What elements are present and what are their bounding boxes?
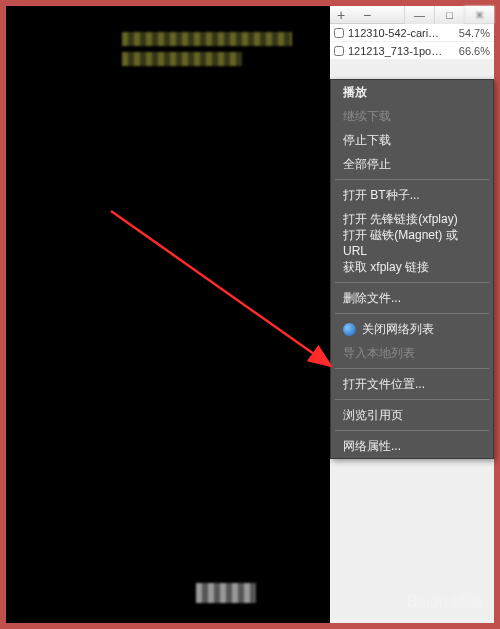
- file-name: 112310-542-cari…: [348, 27, 455, 39]
- list-item[interactable]: 112310-542-cari… 54.7%: [330, 24, 494, 42]
- file-name: 121213_713-1po…: [348, 45, 455, 57]
- context-menu: 播放 继续下载 停止下载 全部停止 打开 BT种子... 打开 先锋链接(xfp…: [330, 79, 494, 459]
- minimize-button[interactable]: —: [404, 6, 434, 24]
- close-button[interactable]: ✕: [464, 6, 494, 24]
- video-controls-censored: [196, 583, 256, 603]
- item-checkbox[interactable]: [334, 28, 344, 38]
- add-icon[interactable]: +: [334, 8, 348, 22]
- list-item[interactable]: 121213_713-1po… 66.6%: [330, 42, 494, 60]
- window-controls: — □ ✕: [404, 6, 494, 24]
- menu-browse-ref-page[interactable]: 浏览引用页: [331, 403, 493, 427]
- app-window: + − — □ ✕ 112310-542-cari… 54.7% 121213_…: [0, 0, 500, 629]
- menu-open-bt-seed[interactable]: 打开 BT种子...: [331, 183, 493, 207]
- maximize-button[interactable]: □: [434, 6, 464, 24]
- video-title-censored: [122, 32, 292, 72]
- menu-separator: [335, 313, 489, 314]
- menu-network-properties[interactable]: 网络属性...: [331, 434, 493, 458]
- menu-import-local-list: 导入本地列表: [331, 341, 493, 365]
- menu-separator: [335, 430, 489, 431]
- menu-separator: [335, 282, 489, 283]
- download-percent: 66.6%: [459, 45, 490, 57]
- menu-label: 关闭网络列表: [362, 321, 434, 337]
- video-playback-area: [6, 6, 330, 623]
- remove-icon[interactable]: −: [360, 8, 374, 22]
- menu-close-network-list[interactable]: 关闭网络列表: [331, 317, 493, 341]
- menu-separator: [335, 179, 489, 180]
- menu-resume-download: 继续下载: [331, 104, 493, 128]
- menu-separator: [335, 399, 489, 400]
- menu-delete-file[interactable]: 删除文件...: [331, 286, 493, 310]
- menu-stop-download[interactable]: 停止下载: [331, 128, 493, 152]
- playlist-titlebar: + − — □ ✕: [330, 6, 494, 24]
- menu-open-magnet[interactable]: 打开 磁铁(Magnet) 或 URL: [331, 231, 493, 255]
- menu-separator: [335, 368, 489, 369]
- item-checkbox[interactable]: [334, 46, 344, 56]
- globe-icon: [343, 323, 356, 336]
- menu-play[interactable]: 播放: [331, 80, 493, 104]
- menu-open-file-location[interactable]: 打开文件位置...: [331, 372, 493, 396]
- download-list: 112310-542-cari… 54.7% 121213_713-1po… 6…: [330, 24, 494, 60]
- download-percent: 54.7%: [459, 27, 490, 39]
- menu-stop-all[interactable]: 全部停止: [331, 152, 493, 176]
